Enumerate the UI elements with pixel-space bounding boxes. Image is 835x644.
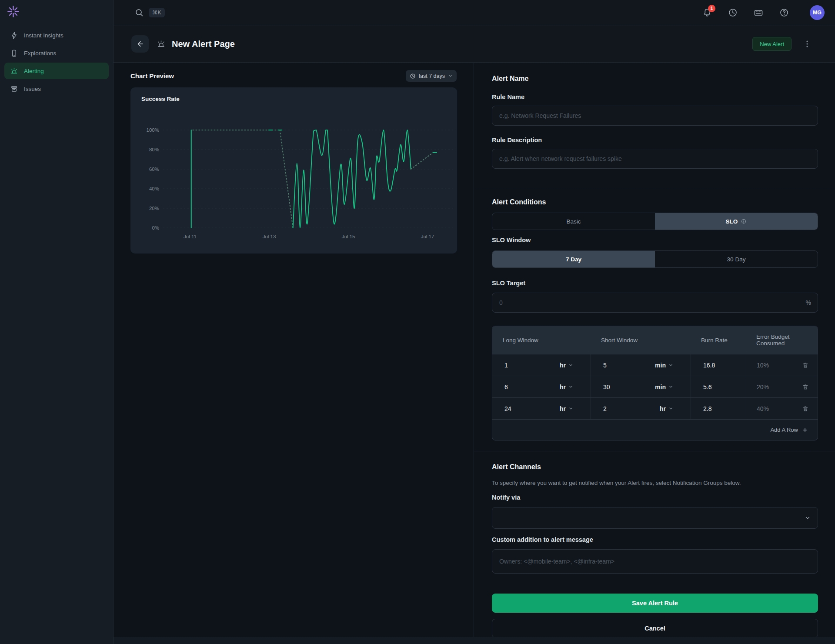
long-window-unit-select[interactable]: hr [560,362,591,369]
error-budget-value: 20% [746,384,769,390]
lightning-icon [10,31,18,40]
avatar[interactable]: MG [810,5,825,20]
chevron-down-icon [805,515,811,521]
sidebar-item-issues[interactable]: Issues [4,80,109,97]
save-alert-rule-button[interactable]: Save Alert Rule [492,594,818,613]
svg-text:0%: 0% [152,225,159,230]
delete-row-icon[interactable] [802,384,809,390]
main-content: Chart Preview last 7 days Success Rate 1… [114,63,835,637]
alert-form: Alert Name Rule Name Rule Description Al… [474,63,835,637]
more-options-icon[interactable] [803,40,812,48]
history-button[interactable] [728,8,738,17]
chart-preview-panel: Chart Preview last 7 days Success Rate 1… [114,63,474,637]
table-row: 24 hr 2 hr 2.8 [492,397,818,419]
long-window-unit-select[interactable]: hr [560,405,591,412]
column-header: Long Window [492,326,591,354]
custom-addition-label: Custom addition to alert message [492,536,818,544]
rule-description-input[interactable] [492,149,818,169]
cancel-button[interactable]: Cancel [492,619,818,637]
long-window-value[interactable]: 6 [492,384,508,390]
time-range-label: last 7 days [419,73,445,79]
short-window-unit-select[interactable]: min [655,384,691,390]
short-window-value[interactable]: 30 [591,384,610,390]
chart-preview-title: Chart Preview [130,72,174,80]
sidebar-item-explorations[interactable]: Explorations [4,45,109,61]
svg-text:Jul 11: Jul 11 [184,234,197,239]
alert-icon [157,40,166,49]
info-icon [741,218,747,224]
search-shortcut-badge: ⌘K [149,8,165,17]
chevron-down-icon [668,363,673,367]
rule-name-input[interactable] [492,106,818,126]
long-window-value[interactable]: 1 [492,362,508,369]
app-logo-icon[interactable] [7,6,19,17]
short-window-value[interactable]: 5 [591,362,607,369]
alert-conditions-section: Alert Conditions Basic SLO SLO Window 7 … [474,188,835,440]
slo-target-label: SLO Target [492,279,818,287]
burn-rate-value[interactable]: 2.8 [691,405,711,412]
svg-text:Jul 13: Jul 13 [263,234,276,239]
notifications-button[interactable]: 1 [702,8,712,17]
svg-text:40%: 40% [149,186,159,191]
svg-text:100%: 100% [147,127,159,133]
sidebar-item-alerting[interactable]: Alerting [4,63,109,79]
window-tab-30day[interactable]: 30 Day [655,251,818,267]
delete-row-icon[interactable] [802,362,809,369]
svg-text:80%: 80% [149,147,159,152]
new-alert-button[interactable]: New Alert [752,37,792,51]
delete-row-icon[interactable] [802,405,809,412]
alert-channels-heading: Alert Channels [492,463,818,471]
svg-text:60%: 60% [149,167,159,172]
notify-via-select[interactable] [492,507,818,529]
chevron-down-icon [568,363,573,367]
svg-text:20%: 20% [149,206,159,211]
chevron-down-icon [568,384,573,389]
shortcuts-button[interactable] [754,8,763,17]
keyboard-icon [754,8,763,17]
slo-window-toggle: 7 Day 30 Day [492,250,818,268]
table-row: 1 hr 5 min 16.8 [492,354,818,376]
global-search[interactable]: ⌘K [135,8,165,17]
condition-tab-slo[interactable]: SLO [655,213,818,230]
short-window-value[interactable]: 2 [591,405,607,412]
sidebar: Instant Insights Explorations Alerting [0,0,114,644]
table-header-row: Long Window Short Window Burn Rate Error… [492,326,818,354]
short-window-unit-select[interactable]: hr [660,405,691,412]
alert-channels-description: To specify where you want to get notifie… [492,479,818,487]
plus-icon [802,427,808,433]
chevron-down-icon [448,73,453,78]
time-range-selector[interactable]: last 7 days [406,70,457,82]
help-icon [779,8,789,17]
sidebar-item-label: Issues [24,86,41,92]
device-icon [10,49,18,57]
chevron-down-icon [568,406,573,411]
topbar: ⌘K 1 MG [114,0,835,25]
arrow-left-icon [136,40,144,48]
page-title: New Alert Page [172,39,235,49]
rule-name-label: Rule Name [492,93,818,101]
chevron-down-icon [668,384,673,389]
sidebar-item-instant-insights[interactable]: Instant Insights [4,27,109,43]
window-tab-7day[interactable]: 7 Day [492,251,655,267]
slo-target-input[interactable] [492,293,818,313]
archive-icon [10,85,18,93]
page-header: New Alert Page New Alert [114,26,835,63]
condition-tab-basic[interactable]: Basic [492,213,655,230]
long-window-unit-select[interactable]: hr [560,384,591,390]
add-row-button[interactable]: Add A Row [770,427,808,433]
percent-suffix: % [806,299,811,306]
help-button[interactable] [779,8,789,17]
error-budget-value: 40% [746,405,769,412]
chart-card: Success Rate 100%80%60%40%20%0%Jul 11Jul… [130,87,457,254]
burn-rate-value[interactable]: 5.6 [691,384,711,390]
column-header: Burn Rate [691,326,746,354]
table-row: 6 hr 30 min 5.6 [492,376,818,397]
alert-conditions-heading: Alert Conditions [492,198,818,207]
svg-text:Jul 17: Jul 17 [421,234,434,239]
custom-addition-input[interactable] [492,549,818,574]
long-window-value[interactable]: 24 [492,405,511,412]
back-button[interactable] [131,35,149,53]
short-window-unit-select[interactable]: min [655,362,691,369]
error-budget-value: 10% [746,362,769,369]
burn-rate-value[interactable]: 16.8 [691,362,715,369]
